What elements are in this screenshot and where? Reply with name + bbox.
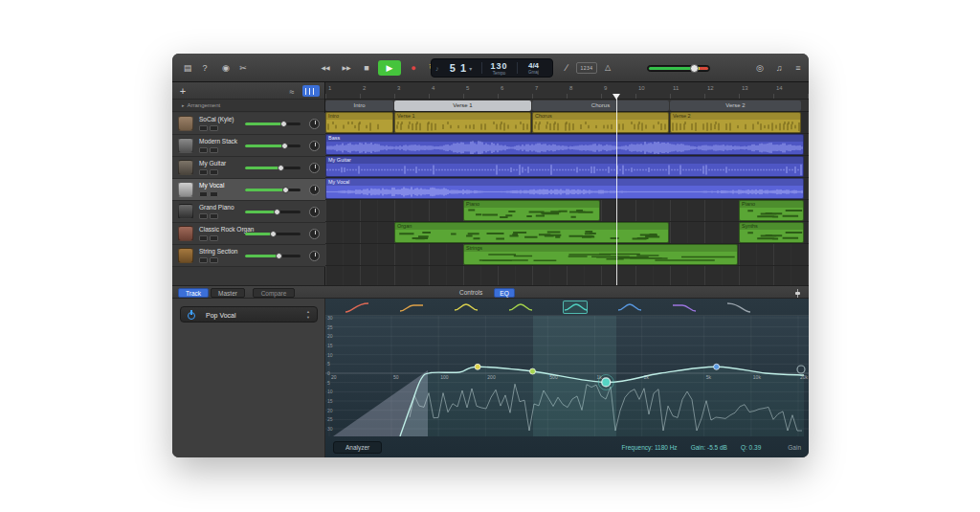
master-volume-knob[interactable]: [690, 64, 699, 73]
track-header-string-section[interactable]: String Section: [172, 245, 325, 267]
solo-button[interactable]: [210, 147, 218, 153]
pan-knob[interactable]: [309, 163, 320, 173]
track-header-my-guitar[interactable]: My Guitar: [172, 157, 325, 179]
highpass-band-button[interactable]: [345, 301, 369, 314]
solo-button[interactable]: [210, 169, 218, 175]
pan-knob[interactable]: [309, 251, 320, 261]
region-drums-verse-2[interactable]: Verse 2: [670, 112, 801, 133]
timeline-ruler[interactable]: 1234567891011121314: [325, 82, 809, 100]
solo-button[interactable]: [210, 257, 218, 263]
region-bass[interactable]: Bass: [325, 134, 804, 155]
power-icon[interactable]: [188, 311, 196, 320]
region-drums-verse-1[interactable]: Verse 1: [394, 112, 531, 133]
region-organ[interactable]: Organ: [394, 222, 669, 243]
master-volume-slider[interactable]: [647, 65, 710, 72]
solo-button[interactable]: [210, 191, 218, 197]
solo-button[interactable]: [210, 213, 218, 219]
lcd-position-section[interactable]: 5 1 ▾: [441, 59, 481, 77]
lowpass-band-button[interactable]: [726, 301, 751, 314]
high-shelf-band-button[interactable]: [672, 301, 697, 314]
region-my-guitar[interactable]: My Guitar: [325, 156, 804, 177]
tab-track[interactable]: Track: [178, 288, 209, 298]
region-piano-2[interactable]: Piano: [739, 200, 804, 221]
region-synths[interactable]: Synths: [739, 222, 804, 243]
track-header-classic-rock-organ[interactable]: Classic Rock Organ: [172, 223, 325, 245]
automation-button[interactable]: ≈: [285, 84, 299, 98]
arrangement-section-verse-2[interactable]: Verse 2: [670, 100, 801, 111]
mute-button[interactable]: [199, 125, 208, 131]
track-header-my-vocal[interactable]: My Vocal: [172, 179, 325, 201]
mute-button[interactable]: [199, 169, 208, 175]
lcd-tempo-section[interactable]: 130 Tempo: [482, 59, 517, 77]
eq-graph[interactable]: 30252015105051015202530 20501002005001k2…: [325, 316, 809, 436]
mixer-toggle-button[interactable]: [302, 85, 320, 97]
play-button[interactable]: ▶: [378, 60, 401, 76]
media-browser-button[interactable]: ♫: [771, 60, 787, 76]
arrangement-header-row[interactable]: ▸Arrangement: [172, 100, 324, 112]
mute-button[interactable]: [199, 191, 208, 197]
pan-knob[interactable]: [309, 229, 320, 239]
region-strings[interactable]: Strings: [463, 244, 738, 265]
tab-eq[interactable]: EQ: [494, 288, 515, 298]
track-header-grand-piano[interactable]: Grand Piano: [172, 201, 325, 223]
metronome-button[interactable]: △: [601, 60, 614, 76]
bell-2-band-button[interactable]: [508, 301, 533, 314]
pan-knob[interactable]: [309, 185, 320, 195]
pan-knob[interactable]: [309, 207, 320, 217]
track-volume-slider[interactable]: [245, 211, 301, 213]
quick-help-button[interactable]: ?: [197, 60, 212, 76]
loop-browser-button[interactable]: ◎: [752, 60, 768, 76]
track-volume-slider[interactable]: [245, 255, 301, 257]
tuner-button[interactable]: ∕: [561, 60, 572, 76]
pan-knob[interactable]: [309, 119, 320, 129]
track-volume-slider[interactable]: [245, 145, 301, 147]
mute-button[interactable]: [199, 213, 208, 219]
track-volume-slider[interactable]: [245, 233, 301, 235]
lcd-signature-section[interactable]: 4/4 Gmaj: [518, 59, 550, 77]
editors-button[interactable]: ✂: [235, 60, 251, 76]
bell-3-band-button[interactable]: [563, 301, 588, 314]
gain-readout[interactable]: Gain: -5.5 dB: [691, 444, 727, 451]
q-readout[interactable]: Q: 0.39: [741, 444, 761, 451]
track-header-modern-stack[interactable]: Modern Stack: [172, 135, 325, 157]
tab-master[interactable]: Master: [211, 288, 245, 298]
lcd-display[interactable]: ♪ 5 1 ▾ 130 Tempo 4/4 Gmaj: [431, 58, 553, 78]
arrangement-section-intro[interactable]: Intro: [325, 100, 393, 111]
pan-knob[interactable]: [309, 141, 320, 151]
forward-button[interactable]: ▶▶: [337, 60, 356, 76]
region-my-vocal[interactable]: My Vocal: [325, 178, 804, 199]
frequency-readout[interactable]: Frequency: 1180 Hz: [622, 444, 678, 451]
mute-button[interactable]: [199, 147, 208, 153]
compare-button[interactable]: Compare: [253, 288, 295, 298]
rewind-button[interactable]: ◀◀: [316, 60, 335, 76]
track-header-socal-kyle[interactable]: SoCal (Kyle): [172, 113, 325, 135]
arrangement-section-verse-1[interactable]: Verse 1: [394, 100, 531, 111]
record-button[interactable]: ●: [405, 60, 422, 76]
low-shelf-band-button[interactable]: [399, 301, 424, 314]
track-volume-slider[interactable]: [245, 189, 301, 191]
track-volume-slider[interactable]: [245, 167, 301, 169]
smart-controls-button[interactable]: ◉: [218, 60, 234, 76]
tab-controls[interactable]: Controls: [459, 289, 482, 296]
preset-dropdown[interactable]: Pop Vocal ▲▼: [180, 306, 318, 323]
display-list-button[interactable]: ≡: [791, 60, 806, 76]
count-in-button[interactable]: 1234: [576, 62, 597, 74]
library-button[interactable]: ▤: [180, 60, 195, 76]
region-drums-intro[interactable]: Intro: [325, 112, 393, 133]
preset-stepper[interactable]: ▲▼: [306, 309, 310, 321]
track-volume-slider[interactable]: [245, 122, 301, 125]
region-drums-chorus[interactable]: Chorus: [532, 112, 669, 133]
playhead[interactable]: [616, 94, 617, 285]
add-track-button[interactable]: +: [176, 84, 189, 98]
fader-icon[interactable]: [793, 289, 801, 298]
mute-button[interactable]: [199, 235, 208, 241]
analyzer-button[interactable]: Analyzer: [333, 441, 382, 454]
bell-1-band-button[interactable]: [454, 301, 479, 314]
region-piano-1[interactable]: Piano: [463, 200, 600, 221]
bell-4-band-button[interactable]: [617, 301, 642, 314]
arrangement-section-chorus[interactable]: Chorus: [532, 100, 669, 111]
mute-button[interactable]: [199, 257, 208, 263]
solo-button[interactable]: [210, 235, 218, 241]
solo-button[interactable]: [210, 125, 218, 131]
stop-button[interactable]: ■: [358, 60, 375, 76]
